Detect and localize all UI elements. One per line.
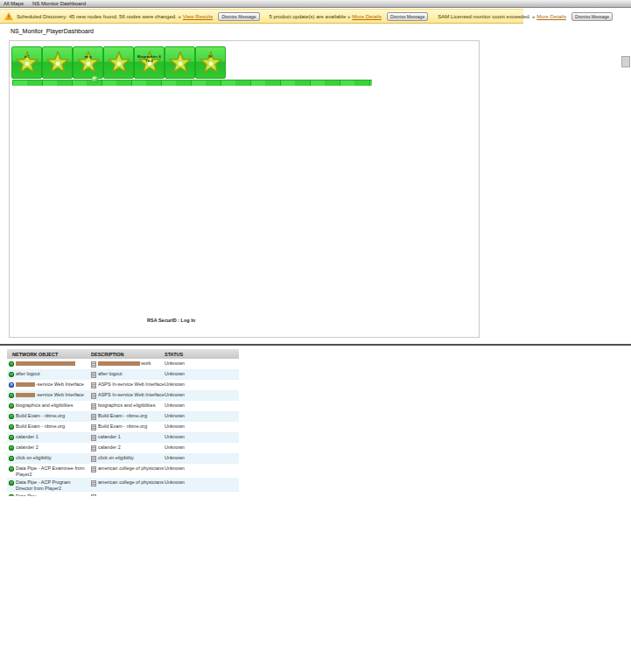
map-node-box[interactable]: W (195, 46, 226, 79)
table-row[interactable]: biographics and eligibilities biographic… (7, 401, 239, 411)
table-row[interactable]: work Unknown (7, 359, 239, 369)
cell-description: biographics and eligibilities (91, 402, 165, 410)
table-row[interactable]: ? -service Web Interface ASPS In-service… (7, 380, 239, 390)
notification-message: Scheduled Discovery: 45 new nodes found.… (17, 12, 260, 21)
map-node-box[interactable] (103, 46, 134, 79)
cell-description (91, 494, 165, 496)
network-object-name[interactable]: Build Exam - nbme.org (16, 424, 86, 430)
node-status-icon (9, 424, 14, 430)
star-icon (137, 51, 162, 75)
table-row[interactable]: calander 1 calander 1 Unknown (7, 432, 239, 443)
more-details-link[interactable]: More Details (352, 14, 382, 19)
cell-network-object: biographics and eligibilities (7, 402, 91, 409)
network-object-name[interactable]: Data Pipe - ACP Examinee from Player2 (16, 466, 86, 478)
menu-item-all-maps[interactable]: All Maps (4, 1, 24, 6)
cell-network-object: after logout (7, 371, 91, 377)
node-status-icon (9, 494, 14, 496)
description-text: after logout (98, 371, 165, 378)
cell-description: american college of physicians (91, 466, 165, 472)
map-node-box[interactable] (165, 46, 195, 79)
map-node-box[interactable]: Biographies & Th d (134, 46, 165, 79)
description-text: ASPS In-service Web Interface (98, 382, 165, 388)
network-object-name[interactable]: click on eligibility (16, 455, 86, 461)
cell-network-object (7, 360, 91, 367)
node-status-icon (9, 466, 14, 472)
node-status-icon (9, 435, 14, 440)
notification-text: 5 product update(s) are available » (270, 14, 351, 19)
network-objects-table: NETWORK OBJECT DESCRIPTION STATUS work U… (7, 349, 239, 496)
cell-network-object: calander 2 (7, 444, 91, 451)
table-row[interactable]: Data Pipe - ACP Program Director from Pl… (7, 478, 239, 492)
table-row[interactable]: calander 2 calander 2 Unknown (7, 443, 239, 453)
description-icon (91, 403, 96, 410)
node-status-icon (9, 480, 14, 486)
description-text (98, 494, 165, 496)
cell-network-object: ? -service Web Interface (7, 382, 91, 388)
network-object-name[interactable]: after logout (16, 371, 86, 377)
scrollbar-thumb[interactable] (621, 56, 630, 67)
cell-description: after logout (91, 371, 165, 378)
table-row[interactable]: Build Exam - nbme.org Build Exam - nbme.… (7, 411, 239, 422)
more-details-link[interactable]: More Details (536, 14, 566, 19)
node-status-icon (9, 403, 14, 409)
cell-description: ASPS In-service Web Interface (91, 382, 165, 388)
network-object-name[interactable]: Build Exam - nbme.org (16, 413, 86, 419)
network-object-name[interactable]: calander 2 (16, 444, 86, 451)
description-text: Build Exam - nbme.org (98, 413, 165, 420)
cell-network-object: Data Pipe - ACP Examinee from Player2 (7, 466, 91, 478)
map-node-box[interactable]: aC (11, 46, 42, 79)
description-icon (91, 435, 96, 441)
node-status-icon (9, 361, 14, 367)
node-status-icon (9, 393, 14, 398)
network-object-name[interactable]: biographics and eligibilities (16, 402, 86, 409)
network-object-name[interactable]: Data Pipe - ACP Program Director from Pl… (16, 480, 86, 492)
dismiss-message-button[interactable]: Dismiss Message (571, 12, 613, 21)
menu-item-ns-monitor-dashboard[interactable]: NS Monitor Dashboard (32, 1, 86, 6)
header-status: STATUS (165, 352, 239, 357)
node-status-icon: ? (9, 382, 14, 388)
description-text: ASPS In-service Web Interface (98, 392, 165, 399)
table-row[interactable]: Data Pipe - (7, 492, 239, 496)
table-row[interactable]: after logout after logout Unknown (7, 369, 239, 380)
cell-status: Unknown (165, 360, 239, 366)
map-node-box[interactable] (42, 46, 73, 79)
network-object-name[interactable]: -service Web Interface (16, 392, 86, 398)
star-icon (168, 51, 193, 75)
cell-network-object: Data Pipe - ACP Program Director from Pl… (7, 480, 91, 492)
cell-description: work (91, 360, 165, 368)
description-text: work (98, 360, 165, 368)
notification-message: SAM Licensed monitor count exceeded. » M… (438, 12, 613, 21)
description-icon (91, 372, 96, 378)
description-icon (91, 414, 96, 420)
section-divider (0, 344, 631, 346)
star-icon (199, 51, 223, 75)
cell-network-object: click on eligibility (7, 455, 91, 461)
cell-network-object: calander 1 (7, 434, 91, 440)
node-status-icon (9, 445, 14, 451)
table-row[interactable]: Build Exam - nbme.org Build Exam - nbme.… (7, 422, 239, 432)
cell-description: ASPS In-service Web Interface (91, 392, 165, 399)
dismiss-message-button[interactable]: Dismiss Message (387, 12, 428, 21)
description-text: american college of physicians (98, 466, 165, 472)
node-status-icon (9, 372, 14, 377)
status-ball-icon (92, 76, 98, 82)
cell-status: Unknown (165, 466, 239, 471)
dismiss-message-button[interactable]: Dismiss Message (218, 12, 259, 21)
cell-status: Unknown (165, 444, 239, 450)
table-body: work Unknown after logout after logout U… (7, 359, 239, 496)
table-row[interactable]: click on eligibility click on eligibilit… (7, 453, 239, 464)
map-node-row: aC ep g Biographies & Th d (11, 46, 226, 79)
network-object-name[interactable]: Data Pipe - (16, 494, 86, 496)
network-object-name[interactable]: calander 1 (16, 434, 86, 440)
map-node-box[interactable]: ep g (73, 46, 103, 79)
network-object-name[interactable]: -service Web Interface (16, 382, 86, 388)
view-results-link[interactable]: View Results (183, 14, 214, 19)
table-row[interactable]: -service Web Interface ASPS In-service W… (7, 390, 239, 401)
network-object-name[interactable] (16, 360, 86, 367)
description-text: american college of physicians (98, 480, 165, 486)
cell-status: Unknown (165, 424, 239, 429)
cell-network-object: Build Exam - nbme.org (7, 413, 91, 419)
cell-description: american college of physicians (91, 480, 165, 486)
description-icon (91, 382, 96, 388)
table-row[interactable]: Data Pipe - ACP Examinee from Player2 am… (7, 464, 239, 478)
